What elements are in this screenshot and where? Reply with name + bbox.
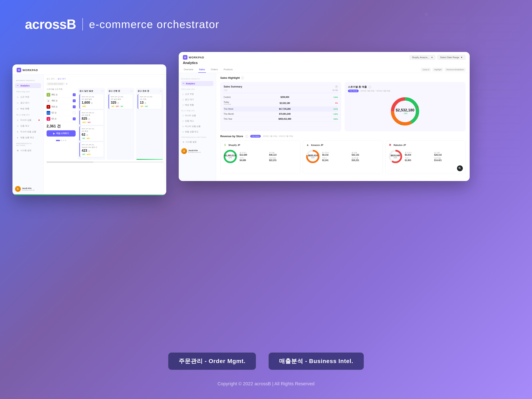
brand-divider — [82, 18, 83, 31]
sidebar-item-system[interactable]: ⚙ 시스템 설정 — [15, 148, 41, 153]
analytics-nav-new-order[interactable]: □ 신규 주문 — [181, 92, 213, 97]
store-card-rakuten: R Rakuten JP $633, — [386, 140, 466, 174]
analytics-nav-bundle-stock[interactable]: ≡ 번들 상품 재고 — [181, 129, 213, 134]
summary-info-icon: ⊙ — [335, 85, 338, 88]
order-card-1-2-tags: ▲12 ▲4 — [82, 121, 102, 123]
store-row-shopify: S 891 건 ✓ — [47, 92, 76, 98]
shopify-donut-pct: 42% — [224, 157, 236, 159]
tag-3-a: ▲8 — [140, 105, 144, 107]
bundle-icon: ≡ — [16, 130, 19, 133]
tab-orders[interactable]: Orders — [210, 66, 219, 73]
tag-1-4-a: ▲3 — [82, 153, 86, 155]
amazon-stats: 총 주문수 $8,142 총 매출 $32,142 주문수 — [322, 152, 380, 161]
shopify-stat-3-label: 주문수 — [240, 157, 268, 159]
start-button[interactable]: ▶ 작업 시작하기 — [47, 130, 76, 137]
analytics-nav-shipment[interactable]: □ 배송 현황 — [181, 102, 213, 108]
order-col-2-more[interactable]: ··· — [131, 89, 133, 93]
donut-title: 스토어별 총 매출 i — [348, 85, 462, 89]
analytics-nav-bundle-stock-label: 번들 상품 재고 — [185, 130, 199, 133]
qoo10-icon: Q — [47, 117, 50, 121]
order-card-1-3-date: NOV 23* (07-12) — [82, 128, 102, 130]
tab-action-revenue[interactable]: Revenue Breakdown — [445, 68, 466, 71]
analytics-nav-master-label: 마스터 상품 — [185, 114, 196, 117]
breadcrumb-sep: / — [56, 78, 57, 80]
analytics-nav-ship-label: 배송 현황 — [185, 103, 194, 106]
order-card-3-1-count-row: 13 건 — [140, 101, 160, 105]
order-card-1-2-title: 3차 탁송 중 — [82, 114, 102, 116]
order-card-1-3-value: 62 — [82, 133, 85, 137]
user-email-right: jacob@acrossb.net — [188, 152, 201, 153]
start-button-label: 작업 시작하기 — [56, 132, 69, 135]
analytics-nav-ad-label: 광고 대기 — [185, 98, 194, 101]
amazon-stat-4: 평균매출 $18,231 — [352, 157, 380, 161]
rakuten-stat-4-label: 평균매출 — [434, 157, 463, 159]
shopify-card-header: S Shopify JP — [223, 143, 298, 147]
tab-action-highlight[interactable]: Highlight — [432, 68, 443, 71]
amazon-stat-4-label: 평균매출 — [352, 157, 380, 159]
row-change-thisyear: +50% — [305, 118, 338, 120]
analytics-nav-system[interactable]: ⚙ 시스템 설정 — [181, 139, 213, 145]
scrollbar-thumb[interactable] — [47, 161, 93, 163]
date-range-selector[interactable]: Select Date Range ▼ — [437, 55, 466, 60]
donut-center: $2,532,180 ↑ 8% — [396, 108, 414, 115]
sidebar-item-analytics[interactable]: 〜 Analytics — [15, 83, 41, 88]
business-intel-button[interactable]: 매출분석 - Business Intel. — [268, 352, 364, 370]
analytics-nav-master[interactable]: □ 마스터 상품 — [181, 113, 213, 118]
sidebar-item-analytics-label: Analytics — [20, 85, 30, 87]
page-dot-4 — [65, 140, 66, 141]
shopify-stat-3-val: $4,689 — [240, 159, 268, 161]
order-card-1-2-count-row: 825 건 — [82, 117, 102, 120]
store-row-amazon: a 492 건 ✓ — [47, 98, 76, 104]
workpad-icon-right: W — [183, 55, 187, 60]
order-col-1-more[interactable]: ··· — [101, 89, 103, 93]
order-col-3-more[interactable]: ··· — [160, 89, 162, 93]
analytics-nav-master-bundle[interactable]: ≡ 마스터 번들 상품 — [181, 124, 213, 129]
rakuten-stat-2-label: 총 매출 — [434, 152, 463, 154]
order-card-1-1-tags: ▲20 — [82, 105, 102, 107]
sidebar-item-master-item[interactable]: □ 마스터 상품 — [15, 118, 41, 123]
sidebar: Business Insights 〜 Analytics 주문 & 배송 관리… — [13, 75, 44, 195]
sidebar-item-single-item[interactable]: □ 단품 재고 — [15, 123, 41, 128]
rakuten-card-name: Rakuten JP — [394, 144, 406, 146]
order-card-1-3-count-row: 62 건 — [82, 133, 102, 137]
workpad-icon-left: W — [17, 68, 21, 72]
row-value-thisyear: $850,812,480 — [264, 118, 305, 120]
analytics-single-icon: □ — [183, 120, 184, 122]
analytics-nav-ad-pending[interactable]: □ 광고 대기 — [181, 97, 213, 102]
sidebar-item-new-order[interactable]: □ 신규 주문 — [15, 95, 41, 100]
sidebar-item-master-bundle[interactable]: ≡ 마스터 번들 상품 — [15, 129, 41, 134]
analytics-nav-label: Analytics — [186, 82, 195, 85]
store-row-rakuten: R 915 건 ✓ — [47, 104, 76, 110]
amazon-mini-donut: $835,619 33% — [305, 149, 320, 164]
tab-sales[interactable]: Sales — [198, 66, 206, 73]
sidebar-item-bundle-stock[interactable]: ≡ 번들 상품 재고 — [15, 135, 41, 140]
tab-overview[interactable]: Overview — [183, 66, 194, 73]
order-mgmt-button[interactable]: 주문관리 - Order Mgmt. — [168, 352, 256, 370]
rakuten-card-body: $633,045 25% 총 주문수 $6,819 — [388, 149, 463, 164]
tab-products[interactable]: Products — [223, 66, 233, 73]
store-selector[interactable]: Shopify, Amazon,... ▼ — [410, 55, 435, 60]
order-col-2: 광고 진행 중 ··· NOV 23* (11-32) 2차 일반 발생 325… — [107, 88, 134, 160]
user-info-left: Jacob Kim jacob@acrossb.net — [22, 187, 34, 191]
tag-1-3-b: ▲8 — [86, 137, 90, 139]
chart-icon: 〜 — [16, 84, 19, 87]
rakuten-mini-donut: $633,045 25% — [388, 149, 403, 164]
shopify-stats: 총 주문수 $12,689 총 매출 $48,123 주문수 — [240, 152, 298, 161]
content-area: 스토어별 신규 주문 S 891 건 ✓ a 492 건 ✓ — [47, 88, 163, 160]
user-name-right: Jacob Kim — [188, 149, 201, 152]
analytics-nav-single[interactable]: □ 단품 재고 — [181, 119, 213, 123]
sort-icon: ⇅ — [66, 83, 68, 85]
sidebar-section-inventory: 재고 & 환불 관리 — [15, 114, 41, 116]
sales-summary-label: Sales Summary — [224, 85, 242, 88]
sales-highlight-label: Sales Highlight — [220, 76, 240, 79]
order-card-1-4-value: 423 — [82, 149, 87, 152]
analytics-sidebar-analytics[interactable]: 〜 Analytics — [181, 81, 213, 86]
search-button[interactable]: 🔍 — [457, 165, 463, 171]
sidebar-item-ad-pending[interactable]: □ 광고 대기 — [15, 100, 41, 105]
rakuten-stat-1-val: $6,819 — [405, 154, 433, 156]
sidebar-item-shipment[interactable]: □ 배송 현황 — [15, 106, 41, 111]
summary-row-thismonth: This Month $70,901,040 +18% — [224, 112, 338, 117]
revenue-header: Revenue by Store i This Week 2022년 1월 24… — [220, 135, 466, 138]
tab-action-jump[interactable]: Jump to — [421, 68, 431, 71]
order-card-3-1-tags: ▲8 ▲6 — [140, 105, 160, 107]
